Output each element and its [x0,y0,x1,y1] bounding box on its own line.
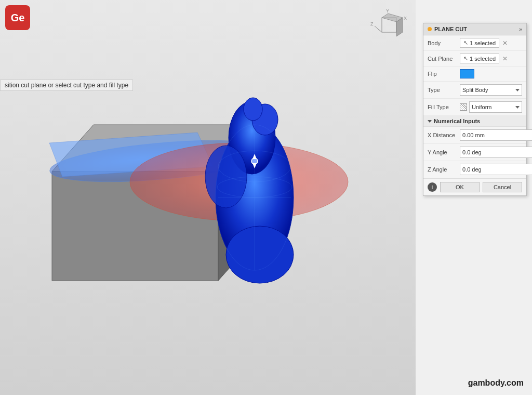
watermark-text: gambody.com [468,378,524,387]
panel-status-dot [428,27,432,31]
type-select[interactable]: Split Body New Body Intersect Cut [460,84,522,96]
panel-title: PLANE CUT [428,26,467,32]
svg-text:Z: Z [370,21,374,27]
cut-plane-label: Cut Plane [428,56,460,62]
info-button[interactable]: i [428,182,437,192]
y-angle-value [460,147,532,158]
body-value: ↖ 1 selected ✕ [460,38,522,48]
flip-label: Flip [428,71,460,77]
numerical-inputs-label: Numerical Inputs [434,118,480,124]
z-angle-value [460,164,532,175]
cut-plane-selected-text: 1 selected [470,56,496,62]
flip-row: Flip [423,67,526,82]
cut-plane-value: ↖ 1 selected ✕ [460,54,522,63]
panel-title-text: PLANE CUT [434,26,467,32]
cancel-label: Cancel [494,184,511,190]
plane-cut-panel: PLANE CUT » Body ↖ 1 selected ✕ Cut Plan… [423,23,527,196]
flip-value [460,69,522,78]
fill-type-icon [460,103,467,111]
z-angle-row: Z Angle [423,161,526,178]
type-label: Type [428,87,460,93]
cursor-icon: ↖ [463,40,468,46]
z-angle-input[interactable] [460,164,532,175]
svg-point-10 [226,226,294,283]
y-angle-row: Y Angle [423,144,526,161]
fill-type-select[interactable]: Uniform Gradient Custom [469,101,522,113]
x-distance-row: X Distance [423,127,526,144]
body-selected-badge[interactable]: ↖ 1 selected [460,38,499,48]
ok-label: OK [456,184,464,190]
x-distance-value [460,129,532,141]
fill-type-row: Fill Type Uniform Gradient Custom [423,99,526,116]
svg-text:X: X [404,16,407,21]
hint-tooltip: sition cut plane or select cut type and … [0,80,133,91]
panel-header: PLANE CUT » [423,23,526,35]
svg-point-12 [244,98,262,121]
flip-color-swatch[interactable] [460,69,474,78]
type-value: Split Body New Body Intersect Cut [460,84,522,96]
svg-point-9 [205,146,247,208]
logo-text: Ge [11,12,25,24]
app-logo: Ge [5,5,30,30]
fill-type-value: Uniform Gradient Custom [460,101,522,113]
fill-type-label: Fill Type [428,104,460,110]
x-distance-input[interactable] [460,129,532,141]
hint-text: sition cut plane or select cut type and … [5,82,128,89]
z-angle-label: Z Angle [428,166,460,173]
numerical-inputs-section: Numerical Inputs [423,116,526,127]
y-angle-label: Y Angle [428,149,460,155]
ok-button[interactable]: OK [440,182,480,192]
body-clear-button[interactable]: ✕ [502,40,508,47]
type-row: Type Split Body New Body Intersect Cut [423,82,526,99]
cut-plane-clear-button[interactable]: ✕ [502,55,508,62]
cut-plane-row: Cut Plane ↖ 1 selected ✕ [423,51,526,67]
body-selected-text: 1 selected [470,40,496,46]
cut-plane-selected-badge[interactable]: ↖ 1 selected [460,54,499,63]
x-distance-label: X Distance [428,132,460,138]
viewport-3d[interactable]: Z X Y [0,0,416,395]
body-row: Body ↖ 1 selected ✕ [423,35,526,51]
y-angle-input[interactable] [460,147,532,158]
svg-text:Y: Y [386,8,389,14]
panel-footer: i OK Cancel [423,178,526,195]
cancel-button[interactable]: Cancel [483,182,522,192]
section-collapse-icon[interactable] [428,120,432,123]
watermark: gambody.com [468,378,524,388]
cursor-icon-2: ↖ [463,55,468,62]
panel-expand-button[interactable]: » [519,26,522,32]
body-label: Body [428,40,460,46]
